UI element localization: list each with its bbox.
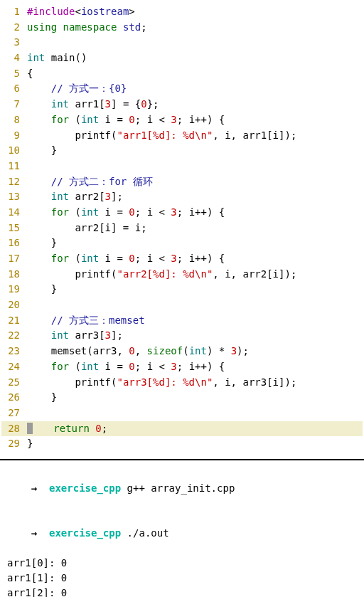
code-content[interactable]: } [27, 390, 363, 406]
line-number: 22 [1, 328, 27, 344]
code-content[interactable] [27, 35, 363, 51]
line-number: 23 [1, 344, 27, 359]
code-content[interactable]: int arr2[3]; [27, 189, 363, 205]
code-line[interactable]: 17 for (int i = 0; i < 3; i++) { [1, 251, 363, 267]
line-number: 27 [1, 406, 27, 421]
terminal[interactable]: → exercise_cpp g++ array_init.cpp → exer… [0, 463, 364, 597]
code-content[interactable]: // 方式二：for 循环 [27, 174, 363, 190]
prompt-arrow-icon: → [31, 482, 37, 494]
code-line[interactable]: 27 [1, 406, 363, 421]
code-content[interactable]: for (int i = 0; i < 3; i++) { [27, 112, 363, 128]
line-number: 4 [1, 51, 27, 66]
code-content[interactable]: printf("arr3[%d]: %d\n", i, arr3[i]); [27, 375, 363, 391]
terminal-cmd-2: → exercise_cpp ./a.out [7, 511, 357, 556]
line-number: 9 [1, 128, 27, 144]
code-content[interactable]: } [27, 143, 363, 159]
code-line[interactable]: 24 for (int i = 0; i < 3; i++) { [1, 359, 363, 375]
code-content[interactable]: // 方式三：memset [27, 313, 363, 329]
line-number: 17 [1, 251, 27, 267]
code-line[interactable]: 2using namespace std; [1, 20, 363, 36]
code-editor[interactable]: 1#include<iostream>2using namespace std;… [0, 0, 364, 456]
line-number: 8 [1, 112, 27, 128]
code-line[interactable]: 28 return 0; [1, 421, 363, 437]
code-content[interactable]: memset(arr3, 0, sizeof(int) * 3); [27, 344, 363, 359]
line-number: 20 [1, 297, 27, 313]
line-number: 14 [1, 205, 27, 221]
code-line[interactable]: 20 [1, 297, 363, 313]
line-number: 28 [1, 421, 27, 437]
code-content[interactable]: arr2[i] = i; [27, 221, 363, 236]
line-number: 2 [1, 20, 27, 36]
line-number: 5 [1, 66, 27, 82]
prompt-arrow-icon: → [31, 527, 37, 539]
code-line[interactable]: 23 memset(arr3, 0, sizeof(int) * 3); [1, 344, 363, 359]
code-line[interactable]: 16 } [1, 236, 363, 251]
divider [0, 459, 364, 460]
code-line[interactable]: 1#include<iostream> [1, 4, 363, 20]
terminal-cmd-text: ./a.out [127, 527, 169, 539]
code-line[interactable]: 6 // 方式一：{0} [1, 81, 363, 97]
code-content[interactable]: } [27, 236, 363, 251]
terminal-output-line: arr1[1]: 0 [7, 571, 357, 586]
code-line[interactable]: 15 arr2[i] = i; [1, 221, 363, 236]
line-number: 7 [1, 97, 27, 112]
code-content[interactable]: } [27, 282, 363, 297]
line-number: 12 [1, 174, 27, 190]
terminal-cmd-text: g++ array_init.cpp [127, 482, 235, 494]
code-line[interactable]: 11 [1, 159, 363, 174]
code-content[interactable]: #include<iostream> [27, 4, 363, 20]
code-content[interactable]: for (int i = 0; i < 3; i++) { [27, 359, 363, 375]
code-line[interactable]: 19 } [1, 282, 363, 297]
code-line[interactable]: 3 [1, 35, 363, 51]
line-number: 13 [1, 189, 27, 205]
code-line[interactable]: 12 // 方式二：for 循环 [1, 174, 363, 190]
terminal-output: arr1[0]: 0arr1[1]: 0arr1[2]: 0arr2[0]: 0… [7, 556, 357, 597]
code-content[interactable]: int main() [27, 51, 363, 66]
code-line[interactable]: 7 int arr1[3] = {0}; [1, 97, 363, 112]
code-content[interactable]: return 0; [27, 421, 363, 437]
code-line[interactable]: 13 int arr2[3]; [1, 189, 363, 205]
terminal-cwd: exercise_cpp [49, 482, 121, 494]
code-line[interactable]: 9 printf("arr1[%d]: %d\n", i, arr1[i]); [1, 128, 363, 144]
code-line[interactable]: 22 int arr3[3]; [1, 328, 363, 344]
code-content[interactable] [27, 297, 363, 313]
line-number: 25 [1, 375, 27, 391]
code-content[interactable]: int arr1[3] = {0}; [27, 97, 363, 112]
line-number: 24 [1, 359, 27, 375]
code-content[interactable]: printf("arr1[%d]: %d\n", i, arr1[i]); [27, 128, 363, 144]
line-number: 29 [1, 436, 27, 452]
code-content[interactable]: for (int i = 0; i < 3; i++) { [27, 205, 363, 221]
code-line[interactable]: 26 } [1, 390, 363, 406]
line-number: 18 [1, 267, 27, 282]
terminal-output-line: arr1[0]: 0 [7, 556, 357, 571]
code-content[interactable]: int arr3[3]; [27, 328, 363, 344]
line-number: 3 [1, 35, 27, 51]
code-line[interactable]: 18 printf("arr2[%d]: %d\n", i, arr2[i]); [1, 267, 363, 282]
code-content[interactable] [27, 159, 363, 174]
code-line[interactable]: 4int main() [1, 51, 363, 66]
code-content[interactable]: { [27, 66, 363, 82]
code-line[interactable]: 14 for (int i = 0; i < 3; i++) { [1, 205, 363, 221]
line-number: 19 [1, 282, 27, 297]
code-content[interactable] [27, 406, 363, 421]
code-content[interactable]: // 方式一：{0} [27, 81, 363, 97]
terminal-cmd-1: → exercise_cpp g++ array_init.cpp [7, 466, 357, 511]
line-number: 16 [1, 236, 27, 251]
line-number: 11 [1, 159, 27, 174]
code-line[interactable]: 10 } [1, 143, 363, 159]
line-number: 15 [1, 221, 27, 236]
code-line[interactable]: 5{ [1, 66, 363, 82]
code-content[interactable]: printf("arr2[%d]: %d\n", i, arr2[i]); [27, 267, 363, 282]
terminal-cwd: exercise_cpp [49, 527, 121, 539]
code-content[interactable]: using namespace std; [27, 20, 363, 36]
code-line[interactable]: 8 for (int i = 0; i < 3; i++) { [1, 112, 363, 128]
cursor [27, 423, 33, 434]
line-number: 1 [1, 4, 27, 20]
line-number: 21 [1, 313, 27, 329]
code-line[interactable]: 29} [1, 436, 363, 452]
terminal-output-line: arr1[2]: 0 [7, 586, 357, 597]
code-content[interactable]: for (int i = 0; i < 3; i++) { [27, 251, 363, 267]
code-line[interactable]: 25 printf("arr3[%d]: %d\n", i, arr3[i]); [1, 375, 363, 391]
code-content[interactable]: } [27, 436, 363, 452]
code-line[interactable]: 21 // 方式三：memset [1, 313, 363, 329]
